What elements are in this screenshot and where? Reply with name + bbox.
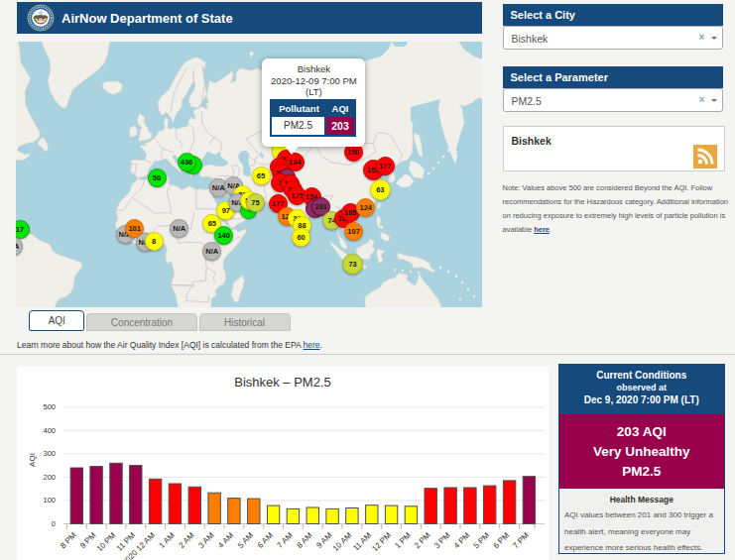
svg-text:1 PM: 1 PM [393, 530, 413, 550]
svg-text:500: 500 [43, 402, 56, 411]
svg-text:3 PM: 3 PM [432, 530, 452, 550]
svg-text:2 PM: 2 PM [413, 530, 432, 550]
svg-text:300: 300 [43, 449, 56, 458]
svg-text:0: 0 [52, 519, 56, 528]
svg-text:100: 100 [43, 496, 56, 504]
svg-text:6 AM: 6 AM [256, 530, 275, 549]
svg-text:5 PM: 5 PM [472, 530, 492, 550]
svg-text:11 AM: 11 AM [351, 530, 373, 552]
svg-text:5 AM: 5 AM [236, 530, 255, 549]
svg-text:10 AM: 10 AM [331, 530, 354, 553]
svg-text:8 PM: 8 PM [59, 530, 78, 550]
svg-text:AQI: AQI [28, 453, 37, 467]
svg-text:3 AM: 3 AM [196, 530, 215, 549]
svg-text:10 PM: 10 PM [95, 530, 118, 553]
svg-text:6 PM: 6 PM [491, 530, 511, 550]
svg-text:4 AM: 4 AM [216, 530, 235, 549]
svg-text:1 AM: 1 AM [158, 530, 177, 549]
svg-text:4 PM: 4 PM [452, 530, 472, 550]
svg-text:2 AM: 2 AM [177, 530, 195, 549]
svg-text:8 AM: 8 AM [295, 530, 313, 549]
svg-text:7 AM: 7 AM [276, 530, 295, 549]
svg-text:400: 400 [43, 426, 56, 435]
svg-text:7 PM: 7 PM [511, 530, 531, 550]
svg-text:12 PM: 12 PM [370, 530, 393, 553]
svg-text:200: 200 [43, 473, 56, 482]
